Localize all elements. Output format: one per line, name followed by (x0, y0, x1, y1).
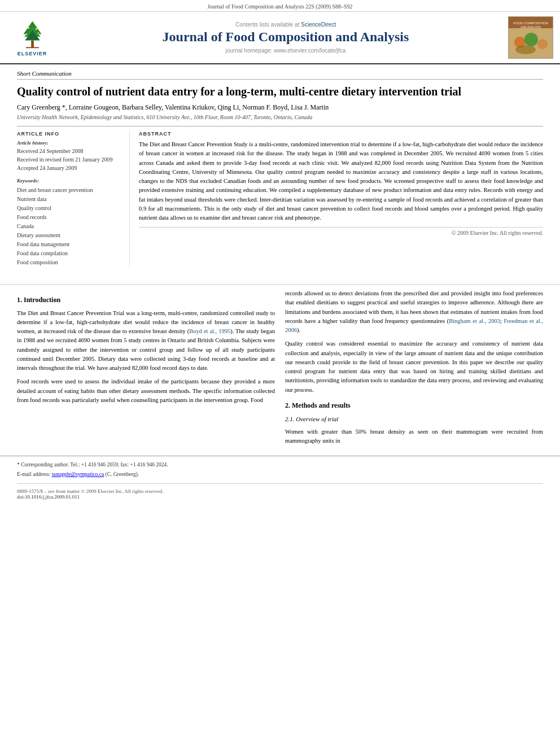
footnote-corresponding: * Corresponding author. Tel.: +1 416 946… (17, 461, 543, 469)
keyword-9: Food composition (17, 258, 124, 267)
footer-divider (17, 483, 543, 484)
intro-paragraph-1: The Diet and Breast Cancer Prevention Tr… (17, 309, 275, 373)
journal-homepage: journal homepage: www.elsevier.com/locat… (226, 47, 346, 54)
body-right-column: records allowed us to detect deviations … (285, 289, 543, 450)
citation-bingham[interactable]: Bingham et al., 2003 (449, 318, 500, 324)
keyword-3: Quality control (17, 204, 124, 213)
thumbnail-image: FOOD COMPOSITION AND ANALYSIS (509, 17, 553, 58)
article-history: Article history: Received 24 September 2… (17, 140, 124, 172)
page-wrapper: Journal of Food Composition and Analysis… (0, 0, 560, 503)
svg-point-5 (27, 27, 29, 29)
keyword-2: Nutrient data (17, 195, 124, 204)
elsevier-tree-icon (17, 19, 48, 50)
journal-thumbnail: FOOD COMPOSITION AND ANALYSIS (508, 16, 553, 59)
methods-paragraph-1: Women with greater than 50% breast densi… (285, 427, 543, 446)
footnote-email: E-mail address: sunapple@sympatico.ca (C… (17, 470, 543, 478)
accepted-date: Accepted 24 January 2009 (17, 164, 124, 172)
footer-issn: 0889-1575/$ – see front matter © 2009 El… (17, 488, 543, 494)
svg-text:AND ANALYSIS: AND ANALYSIS (520, 25, 541, 29)
top-bar: Journal of Food Composition and Analysis… (0, 0, 560, 12)
journal-center: Contents lists available at ScienceDirec… (63, 16, 508, 59)
svg-point-8 (37, 32, 39, 34)
sciencedirect-link[interactable]: ScienceDirect (301, 21, 336, 28)
keywords-label: Keywords: (17, 178, 124, 184)
article-info-column: ARTICLE INFO Article history: Received 2… (17, 131, 130, 267)
article-authors: Cary Greenberg *, Lorraine Gougeon, Barb… (17, 103, 543, 112)
email-link[interactable]: sunapple@sympatico.ca (52, 471, 104, 477)
elsevier-logo: ELSEVIER (7, 16, 58, 59)
received-date: Received 24 September 2008 (17, 147, 124, 155)
article-info-label: ARTICLE INFO (17, 131, 124, 137)
journal-header: ELSEVIER Contents lists available at Sci… (0, 12, 560, 64)
svg-point-7 (25, 33, 27, 35)
svg-text:FOOD COMPOSITION: FOOD COMPOSITION (513, 21, 548, 25)
article-title: Quality control of nutrient data entry f… (17, 84, 543, 99)
history-label: Article history: (17, 140, 124, 146)
citation-freedman[interactable]: Freedman et al., 2006 (285, 318, 543, 333)
svg-point-6 (35, 28, 37, 30)
footer-doi: doi:10.1016/j.jfca.2009.01.011 (17, 494, 543, 500)
section-divider (0, 284, 560, 285)
journal-citation: Journal of Food Composition and Analysis… (207, 3, 352, 10)
svg-point-16 (537, 39, 548, 49)
right-intro-paragraph-1: records allowed us to detect deviations … (285, 289, 543, 335)
svg-point-15 (524, 33, 538, 46)
keywords-section: Keywords: Diet and breast cancer prevent… (17, 178, 124, 267)
article-type: Short Communication (17, 70, 543, 80)
article-affiliation: University Health Network, Epidemiology … (17, 114, 543, 120)
copyright-line: © 2009 Elsevier Inc. All rights reserved… (139, 227, 543, 236)
abstract-text: The Diet and Breast Cancer Prevention St… (139, 140, 543, 222)
article-content: Short Communication Quality control of n… (0, 64, 560, 279)
keyword-1: Diet and breast cancer prevention (17, 186, 124, 195)
abstract-label: ABSTRACT (139, 131, 543, 137)
svg-point-17 (515, 45, 536, 54)
svg-rect-0 (31, 41, 34, 48)
journal-title: Journal of Food Composition and Analysis (163, 29, 409, 45)
revised-date: Received in revised form 21 January 2009 (17, 155, 124, 164)
keyword-6: Dietary assessment (17, 231, 124, 240)
keyword-5: Canada (17, 222, 124, 231)
intro-paragraph-2: Food records were used to assess the ind… (17, 377, 275, 405)
abstract-column: ABSTRACT The Diet and Breast Cancer Prev… (139, 131, 543, 267)
introduction-heading: 1. Introduction (17, 295, 275, 305)
keyword-8: Food data compilation (17, 249, 124, 258)
citation-boyd[interactable]: Boyd et al., 1995 (189, 328, 230, 334)
sciencedirect-label: Contents lists available at ScienceDirec… (235, 21, 336, 28)
quality-word: Quality (285, 340, 303, 347)
body-left-column: 1. Introduction The Diet and Breast Canc… (17, 289, 275, 450)
right-intro-paragraph-2: Quality control was considered essential… (285, 339, 543, 395)
methods-subheading: 2.1. Overview of trial (285, 414, 543, 424)
body-section: 1. Introduction The Diet and Breast Canc… (0, 289, 560, 450)
elsevier-wordmark: ELSEVIER (18, 51, 47, 56)
keyword-7: Food data management (17, 240, 124, 249)
keyword-4: Food records (17, 213, 124, 222)
page-footer: * Corresponding author. Tel.: +1 416 946… (0, 456, 560, 503)
info-abstract-section: ARTICLE INFO Article history: Received 2… (17, 126, 543, 267)
methods-heading: 2. Methods and results (285, 400, 543, 411)
